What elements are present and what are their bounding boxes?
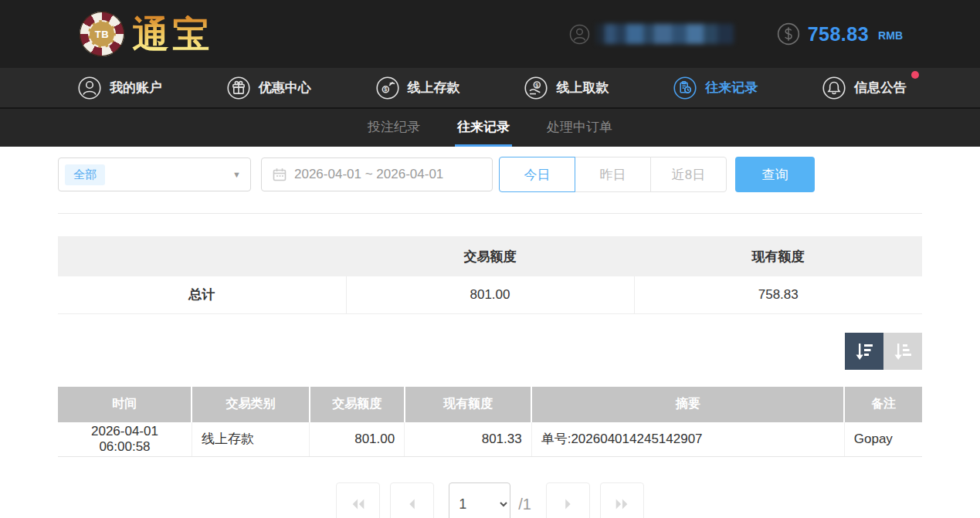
filter-row: 全部 ▼ 2026-04-01 ~ 2026-04-01 今日 昨日 近8日 查… <box>58 157 922 192</box>
total-pages-label: /1 <box>518 496 531 513</box>
page-select[interactable]: 1 <box>449 482 510 518</box>
svg-text:$: $ <box>384 86 387 93</box>
record-amount: 801.00 <box>310 422 405 457</box>
dollar-coin-icon <box>777 22 800 46</box>
summary-col-transaction-amount: 交易额度 <box>346 236 634 276</box>
records-col-remark: 备注 <box>844 387 922 422</box>
yesterday-button[interactable]: 昨日 <box>575 157 651 192</box>
top-header: TB 通宝 758.83 RMB <box>0 0 980 68</box>
nav-item-withdraw[interactable]: $ 线上取款 <box>524 76 609 100</box>
summary-transaction-amount: 801.00 <box>346 276 634 313</box>
poker-chip-logo-icon: TB <box>80 12 124 56</box>
summary-total-row: 总计 801.00 758.83 <box>58 276 922 313</box>
last-8-days-button[interactable]: 近8日 <box>650 157 727 192</box>
summary-col-empty <box>58 236 346 276</box>
nav-item-my-account[interactable]: 我的账户 <box>77 76 162 100</box>
records-icon <box>673 76 697 100</box>
tab-processing-orders[interactable]: 处理中订单 <box>544 109 615 147</box>
svg-text:$: $ <box>536 82 539 88</box>
quick-date-group: 今日 昨日 近8日 <box>499 157 727 192</box>
query-button[interactable]: 查询 <box>735 157 815 192</box>
main-nav: 我的账户 优惠中心 $ 线上存款 $ 线上取款 <box>0 68 980 107</box>
previous-page-button[interactable] <box>390 482 434 518</box>
left-arrow-icon <box>404 496 421 513</box>
content: 全部 ▼ 2026-04-01 ~ 2026-04-01 今日 昨日 近8日 查… <box>0 157 980 518</box>
calendar-icon <box>273 168 287 181</box>
transaction-type-select[interactable]: 全部 ▼ <box>58 157 251 191</box>
sub-nav: 投注纪录 往来记录 处理中订单 <box>0 107 980 147</box>
nav-item-deposit[interactable]: $ 线上存款 <box>375 76 460 100</box>
summary-table: 交易额度 现有额度 总计 801.00 758.83 <box>58 236 922 314</box>
logo-text: 通宝 <box>132 15 212 52</box>
balance-currency: RMB <box>878 29 903 42</box>
bell-icon <box>822 76 846 100</box>
pagination: 1 /1 <box>58 482 922 518</box>
record-remark: Gopay <box>844 422 922 457</box>
withdraw-icon: $ <box>524 76 548 100</box>
sort-descending-button[interactable] <box>845 333 883 370</box>
table-row: 2026-04-01 06:00:58 线上存款 801.00 801.33 单… <box>58 422 922 457</box>
sort-descending-icon <box>853 340 876 363</box>
records-col-time: 时间 <box>58 387 192 422</box>
section-divider <box>58 213 922 214</box>
right-arrow-icon <box>559 496 576 513</box>
balance-box[interactable]: 758.83 RMB <box>777 22 903 46</box>
nav-item-announcements[interactable]: 信息公告 <box>822 76 907 100</box>
sort-ascending-button[interactable] <box>883 333 922 370</box>
balance-amount: 758.83 <box>808 23 869 46</box>
double-left-arrow-icon <box>350 496 367 513</box>
records-col-amount: 交易额度 <box>310 387 405 422</box>
sort-controls <box>58 333 922 370</box>
record-time: 2026-04-01 06:00:58 <box>58 422 192 457</box>
site-logo[interactable]: TB 通宝 <box>80 12 212 56</box>
date-range-value: 2026-04-01 ~ 2026-04-01 <box>294 167 443 182</box>
page-select-wrap: 1 /1 <box>449 482 531 518</box>
nav-item-promotions[interactable]: 优惠中心 <box>226 76 311 100</box>
double-right-arrow-icon <box>613 496 630 513</box>
tab-betting-records[interactable]: 投注纪录 <box>365 109 422 147</box>
nav-item-records[interactable]: 往来记录 <box>673 76 758 100</box>
summary-col-current-balance: 现有额度 <box>634 236 922 276</box>
next-page-button[interactable] <box>546 482 590 518</box>
header-right: 758.83 RMB <box>569 22 903 46</box>
record-balance: 801.33 <box>405 422 531 457</box>
tab-transaction-records[interactable]: 往来记录 <box>455 109 512 147</box>
deposit-icon: $ <box>375 76 400 100</box>
username-blurred <box>596 24 734 44</box>
records-col-balance: 现有额度 <box>405 387 531 422</box>
notification-dot <box>911 71 919 79</box>
last-page-button[interactable] <box>600 482 644 518</box>
records-table: 时间 交易类别 交易额度 现有额度 摘要 备注 2026-04-01 06:00… <box>58 387 922 458</box>
records-col-type: 交易类别 <box>192 387 309 422</box>
record-type: 线上存款 <box>192 422 309 457</box>
summary-total-label: 总计 <box>58 276 346 313</box>
page: TB 通宝 758.83 RMB <box>0 0 980 518</box>
user-avatar-icon <box>569 24 590 45</box>
date-range-input[interactable]: 2026-04-01 ~ 2026-04-01 <box>261 157 493 191</box>
logo-initials: TB <box>88 20 116 48</box>
chevron-down-icon: ▼ <box>232 170 241 179</box>
first-page-button[interactable] <box>336 482 380 518</box>
sort-ascending-icon <box>891 340 914 363</box>
user-account-box[interactable] <box>569 24 734 45</box>
records-col-summary: 摘要 <box>531 387 844 422</box>
gift-icon <box>226 76 251 100</box>
selected-type-tag[interactable]: 全部 <box>65 164 105 185</box>
user-icon <box>77 76 102 100</box>
record-summary: 单号:202604014245142907 <box>531 422 844 457</box>
today-button[interactable]: 今日 <box>499 157 575 192</box>
summary-current-balance: 758.83 <box>634 276 922 313</box>
